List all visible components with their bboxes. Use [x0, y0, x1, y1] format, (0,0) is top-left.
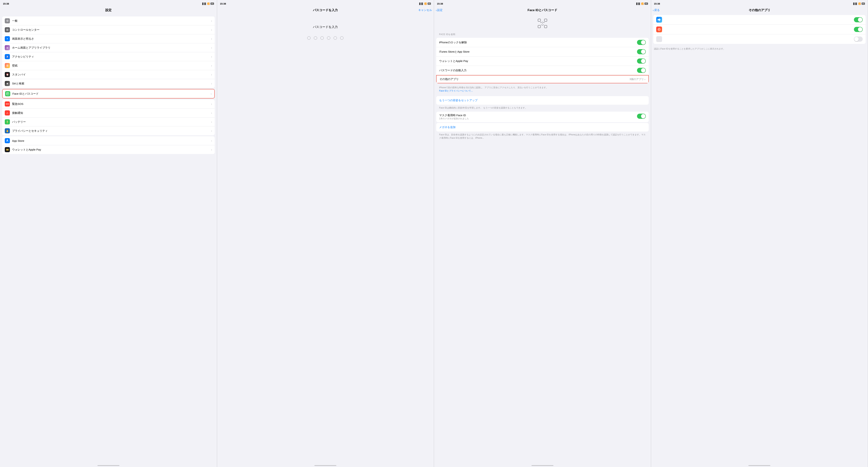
- signal-icon-2: ▌▌▌: [420, 3, 424, 5]
- settings-list-1[interactable]: ⚙ 一般 ⊞ コントロールセンター ☀ 画面表示と明るさ ⊞ ホーム画面とアプリ…: [0, 14, 217, 463]
- home-indicator-2: [217, 463, 434, 467]
- app-toggle-3[interactable]: [854, 37, 863, 42]
- itunes-appstore-row[interactable]: iTunes StoreとApp Store: [436, 47, 649, 57]
- password-autofill-row[interactable]: パスワードの自動入力: [436, 66, 649, 75]
- contact-chevron: [211, 111, 212, 115]
- nav-cancel-button[interactable]: キャンセル: [418, 8, 432, 12]
- appstore-label: App Store: [12, 139, 211, 142]
- nav-back-button-3[interactable]: ‹ 設定: [436, 8, 443, 12]
- nav-bar-3: ‹ 設定 Face IDとパスコード: [434, 7, 651, 14]
- iphone-unlock-row[interactable]: iPhoneのロックを解除: [436, 38, 649, 47]
- bottom-group: A App Store 💳 ウォレットとApple Pay: [2, 136, 215, 154]
- settings-item-control[interactable]: ⊞ コントロールセンター: [2, 25, 215, 34]
- wallet-icon: 💳: [5, 147, 10, 152]
- badge-1: 4G: [211, 3, 214, 5]
- settings-item-privacy[interactable]: 🤚 プライバシーとセキュリティ: [2, 127, 215, 135]
- settings-item-sos[interactable]: SOS 緊急SOS: [2, 100, 215, 108]
- app-toggle-2[interactable]: [854, 27, 863, 32]
- status-time-2: 15:38: [220, 2, 226, 5]
- nav-back-label-4: 戻る: [654, 8, 660, 12]
- mask-row[interactable]: マスク着用時 Face ID 1本のメガネが追加されました: [436, 112, 649, 122]
- back-chevron-3: ‹: [436, 9, 437, 12]
- faceid-icon: [5, 91, 10, 96]
- siri-chevron: [211, 82, 212, 86]
- itunes-appstore-toggle[interactable]: [637, 49, 646, 54]
- other-apps-label: その他のアプリ: [439, 77, 459, 81]
- wallet-applepay-toggle[interactable]: [637, 59, 646, 64]
- settings-item-standby[interactable]: ⏰ スタンバイ: [2, 70, 215, 79]
- display-label: 画面表示と明るさ: [12, 37, 211, 40]
- wifi-icon-4: 📶: [858, 3, 861, 5]
- settings-item-general[interactable]: ⚙ 一般: [2, 16, 215, 25]
- other-apps-row[interactable]: その他のアプリ 3個のアプリ ›: [436, 75, 649, 83]
- standby-chevron: [211, 73, 212, 76]
- signal-icon-4: ▌▌▌: [854, 3, 858, 5]
- status-icons-4: ▌▌▌ 📶 4G: [854, 3, 865, 5]
- appstore-icon: A: [5, 138, 10, 143]
- password-autofill-toggle[interactable]: [637, 68, 646, 73]
- add-glasses-button[interactable]: メガネを追加: [439, 126, 456, 129]
- another-appearance-button[interactable]: もう一つの容姿をセットアップ: [439, 99, 477, 102]
- settings-item-contact[interactable]: ⚠ 接触通知: [2, 108, 215, 118]
- settings-item-battery[interactable]: 🔋 バッテリー: [2, 118, 215, 127]
- passcode-container: パスコードを入力: [217, 14, 434, 463]
- svg-point-4: [540, 22, 541, 23]
- app-toggle-1[interactable]: [854, 17, 863, 22]
- settings-item-wallpaper[interactable]: 🖼 壁紙: [2, 61, 215, 70]
- control-label: コントロールセンター: [12, 28, 211, 32]
- app-row-3[interactable]: [653, 34, 866, 44]
- faceid-content[interactable]: FACE IDを使用: iPhoneのロックを解除 iTunes StoreとA…: [434, 14, 651, 463]
- other-apps-right: 3個のアプリ ›: [629, 78, 645, 81]
- settings-item-display[interactable]: ☀ 画面表示と明るさ: [2, 34, 215, 43]
- faceid-group: Face IDとパスコード: [2, 89, 215, 98]
- status-icons-2: ▌▌▌ 📶 4G: [420, 3, 431, 5]
- battery-icon: 🔋: [5, 119, 10, 125]
- control-chevron: [211, 28, 212, 32]
- apps-toggle-group: [653, 15, 866, 44]
- other-apps-content[interactable]: 認証にFace IDを使用することを要求したアプリがここに表示されます。: [651, 14, 868, 463]
- glasses-section: メガネを追加: [436, 123, 649, 132]
- settings-item-accessibility[interactable]: ♿ アクセシビリティ: [2, 52, 215, 61]
- app-icon-1: [656, 17, 662, 23]
- passcode-prompt: パスコードを入力: [313, 25, 338, 29]
- wallet-applepay-row[interactable]: ウォレットとApple Pay: [436, 57, 649, 66]
- standby-label: スタンバイ: [12, 73, 211, 76]
- status-bar-4: 15:38 ▌▌▌ 📶 4G: [651, 0, 868, 7]
- contact-label: 接触通知: [12, 111, 211, 115]
- settings-item-home[interactable]: ⊞ ホーム画面とアプリライブラリ: [2, 43, 215, 52]
- settings-screen: 15:38 ▌▌▌ 📶 4G 設定 ⚙ 一般 ⊞ コントロールセンター ☀ 画面…: [0, 0, 217, 467]
- password-autofill-label: パスワードの自動入力: [439, 69, 467, 72]
- standby-icon: ⏰: [5, 72, 10, 77]
- faceid-privacy-link[interactable]: Face IDとプライバシーについて...: [439, 90, 473, 92]
- settings-item-faceid[interactable]: Face IDとパスコード: [3, 89, 214, 98]
- sos-label: 緊急SOS: [12, 102, 211, 106]
- faceid-svg-icon: [537, 18, 548, 29]
- app-row-2[interactable]: [653, 25, 866, 34]
- privacy-chevron: [211, 129, 212, 133]
- mask-toggle[interactable]: [637, 114, 646, 119]
- battery-chevron: [211, 120, 212, 124]
- settings-item-wallet[interactable]: 💳 ウォレットとApple Pay: [2, 145, 215, 154]
- app-row-1[interactable]: [653, 15, 866, 25]
- itunes-appstore-label: iTunes StoreとApp Store: [439, 50, 469, 54]
- back-chevron-4: ‹: [653, 9, 654, 12]
- nav-title-3: Face IDとパスコード: [528, 8, 557, 12]
- home-bar-3: [531, 465, 553, 466]
- app-icon-3: [656, 36, 662, 42]
- passcode-dot-1: [307, 36, 311, 40]
- status-bar-1: 15:38 ▌▌▌ 📶 4G: [0, 0, 217, 7]
- nav-back-button-4[interactable]: ‹ 戻る: [653, 8, 660, 12]
- appearance-desc: Face IDは継続的に容姿/外見を学習します。 もう一つの容姿を認識することも…: [434, 105, 651, 111]
- iphone-unlock-toggle[interactable]: [637, 40, 646, 45]
- wallpaper-label: 壁紙: [12, 64, 211, 67]
- passcode-dots: [307, 36, 343, 40]
- other-apps-count: 3個のアプリ: [629, 78, 644, 81]
- display-icon: ☀: [5, 36, 10, 41]
- siri-label: Siriと検索: [12, 82, 211, 85]
- nav-title-2: パスコードを入力: [313, 8, 338, 12]
- general-chevron: [211, 19, 212, 23]
- iphone-unlock-label: iPhoneのロックを解除: [439, 41, 467, 44]
- settings-item-siri[interactable]: ◉ Siriと検索: [2, 79, 215, 88]
- wifi-icon-3: 📶: [641, 3, 644, 5]
- settings-item-appstore[interactable]: A App Store: [2, 136, 215, 145]
